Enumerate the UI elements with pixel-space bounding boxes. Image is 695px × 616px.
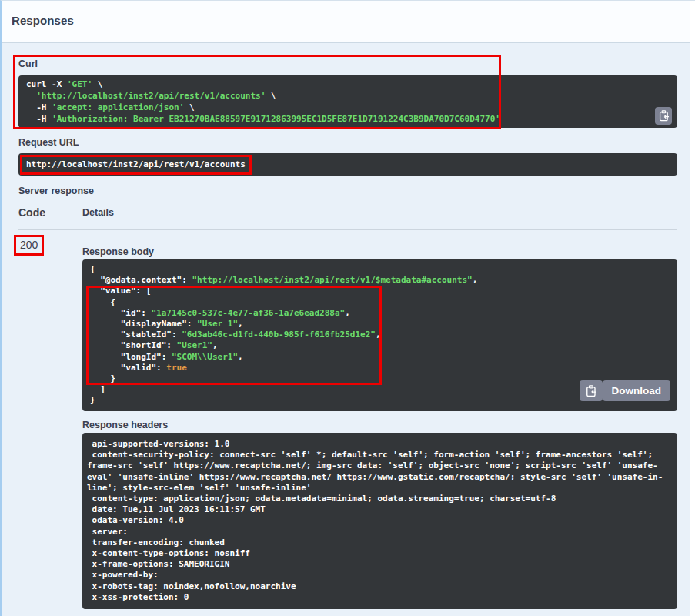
download-button[interactable]: Download (603, 380, 671, 401)
details-column-header: Details (82, 206, 114, 219)
responses-body: Curl curl -X 'GET' \ 'http://localhost/i… (2, 43, 695, 609)
request-url-value: http://localhost/inst2/api/rest/v1/accou… (20, 155, 252, 175)
response-body-label: Response body (82, 246, 677, 258)
response-row-200: 200 Response body { "@odata.context": "h… (18, 237, 677, 609)
clipboard-copy-icon (586, 385, 596, 397)
copy-curl-button[interactable] (655, 107, 672, 125)
copy-response-button[interactable] (580, 380, 603, 401)
page-right-gutter (690, 1, 695, 616)
response-code-cell: 200 (18, 237, 82, 609)
response-table-header: Code Details (18, 206, 677, 219)
request-url-label: Request URL (18, 137, 677, 149)
response-headers-label: Response headers (82, 420, 677, 431)
swagger-responses-panel: Responses Curl curl -X 'GET' \ 'http://l… (0, 0, 695, 616)
curl-block: curl -X 'GET' \ 'http://localhost/inst2/… (18, 75, 677, 128)
server-response-label: Server response (18, 186, 677, 197)
response-details-cell: Response body { "@odata.context": "http:… (82, 237, 677, 609)
page-title: Responses (12, 14, 74, 27)
response-body-block: { "@odata.context": "http://localhost/in… (82, 259, 677, 411)
clipboard-copy-icon (659, 110, 669, 122)
curl-command-code: curl -X 'GET' \ 'http://localhost/inst2/… (18, 75, 677, 128)
code-column-header: Code (18, 206, 82, 219)
status-code-200: 200 (14, 235, 44, 256)
response-headers-block: api-supported-versions: 1.0 content-secu… (82, 433, 677, 609)
curl-label: Curl (18, 59, 677, 70)
request-url-block: http://localhost/inst2/api/rest/v1/accou… (18, 153, 677, 176)
table-divider (18, 229, 677, 230)
responses-header-row: Responses (2, 1, 695, 43)
